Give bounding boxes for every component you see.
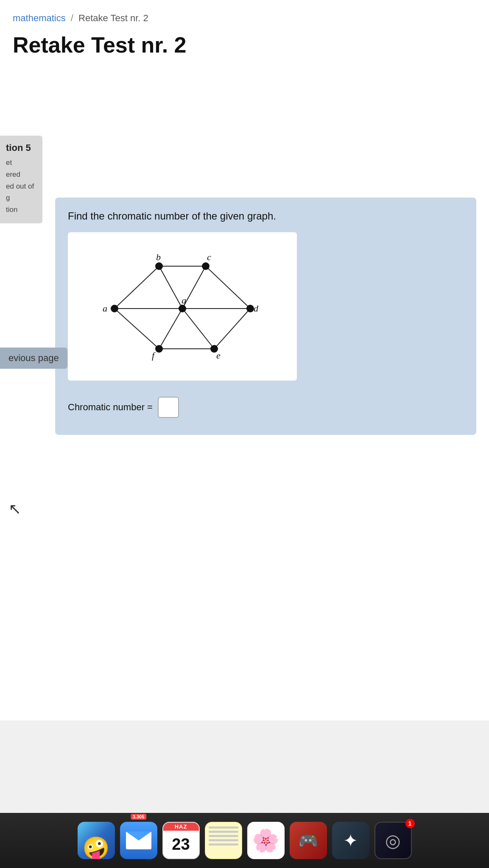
question-area: Find the chromatic number of the given g… (55, 198, 476, 435)
dock-calendar[interactable]: HAZ 23 (162, 821, 200, 860)
svg-point-12 (111, 305, 118, 312)
dock-app2[interactable]: ✦ (332, 821, 370, 860)
svg-point-13 (155, 262, 163, 270)
dock-app1[interactable]: 🎮 (289, 821, 327, 860)
svg-line-10 (182, 309, 214, 349)
chromatic-label: Chromatic number = (68, 402, 153, 413)
dock: 🤪 3.305 HAZ 23 🌸 🎮 (0, 813, 489, 868)
question-label: tion 5 (6, 142, 36, 153)
svg-text:a: a (103, 303, 107, 314)
sidebar-meta-type: et (6, 158, 36, 168)
notes-line-5 (209, 843, 238, 846)
chromatic-number-input[interactable] (158, 397, 179, 418)
notes-line-1 (209, 826, 238, 829)
svg-point-18 (179, 305, 186, 312)
mail-badge: 3.305 (131, 814, 147, 820)
calendar-number: 23 (163, 831, 199, 858)
svg-line-7 (214, 309, 250, 349)
app3-badge: 1 (405, 819, 415, 828)
svg-line-4 (159, 266, 182, 309)
finder-icon: 🤪 (78, 822, 115, 859)
svg-line-0 (115, 266, 159, 309)
svg-text:f: f (152, 350, 156, 361)
cursor-indicator: ↖ (8, 500, 21, 518)
app2-symbol: ✦ (343, 830, 358, 851)
dock-finder[interactable]: 🤪 (77, 821, 115, 860)
notes-line-3 (209, 835, 238, 837)
svg-text:d: d (254, 303, 259, 314)
mail-envelope (126, 832, 151, 849)
app3-symbol: ◎ (385, 830, 401, 851)
app3-icon: ◎ (374, 822, 412, 859)
dock-mail[interactable]: 3.305 (120, 821, 158, 860)
sidebar-meta-points: ed out of (6, 181, 36, 192)
app1-symbol: 🎮 (298, 831, 318, 850)
dock-photos[interactable]: 🌸 (247, 821, 285, 860)
svg-text:e: e (216, 350, 221, 361)
svg-point-17 (155, 345, 163, 353)
notes-icon (205, 822, 242, 859)
mail-icon (120, 822, 157, 859)
svg-text:b: b (156, 252, 161, 262)
previous-page-button[interactable]: evious page (0, 348, 67, 369)
svg-point-14 (202, 262, 210, 270)
chromatic-row: Chromatic number = (68, 397, 464, 418)
breadcrumb-current: Retake Test nr. 2 (78, 13, 148, 23)
breadcrumb: mathematics / Retake Test nr. 2 (0, 0, 489, 28)
finder-face: 🤪 (82, 837, 110, 859)
app2-icon: ✦ (332, 822, 369, 859)
photos-icon: 🌸 (247, 822, 285, 859)
dock-notes[interactable] (204, 821, 243, 860)
svg-point-15 (246, 305, 254, 312)
calendar-header: HAZ (163, 823, 199, 831)
question-text: Find the chromatic number of the given g… (68, 210, 464, 222)
sidebar-panel: tion 5 et ered ed out of g tion (0, 136, 42, 223)
calendar-icon: HAZ 23 (162, 822, 200, 859)
dock-app3[interactable]: ◎ 1 (374, 821, 412, 860)
svg-line-2 (115, 309, 159, 349)
sidebar-meta-status: ered (6, 170, 36, 180)
sidebar-meta-flag: g (6, 193, 36, 203)
page-title: Retake Test nr. 2 (0, 28, 489, 70)
svg-text:c: c (207, 252, 211, 262)
breadcrumb-link[interactable]: mathematics (13, 13, 66, 23)
graph-container: a b c d e f g (68, 232, 297, 381)
app1-icon: 🎮 (290, 822, 327, 859)
sidebar-meta-action: tion (6, 205, 36, 215)
svg-text:g: g (182, 295, 186, 306)
notes-line-2 (209, 831, 238, 833)
svg-line-11 (159, 309, 182, 349)
notes-line-4 (209, 839, 238, 841)
svg-line-5 (206, 266, 250, 309)
graph-svg: a b c d e f g (76, 241, 288, 372)
main-content: mathematics / Retake Test nr. 2 Retake T… (0, 0, 489, 721)
breadcrumb-separator: / (71, 13, 73, 23)
